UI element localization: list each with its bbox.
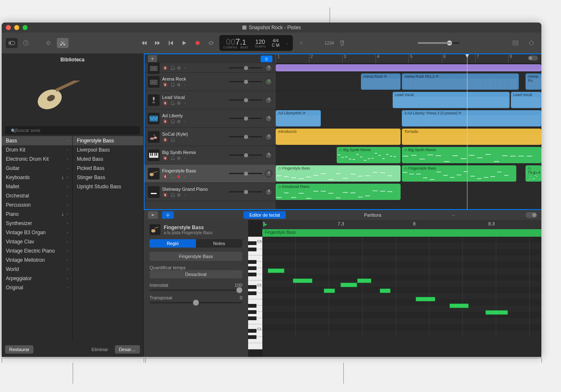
track-pan-knob[interactable] <box>265 188 272 196</box>
midi-note[interactable] <box>268 268 284 273</box>
lcd-chevron-icon[interactable]: ⌄ <box>285 41 289 45</box>
track-header[interactable]: SoCal (Kyle)🔇🎧 <box>145 128 276 146</box>
midi-note[interactable] <box>340 283 357 287</box>
track-volume-slider[interactable] <box>229 154 262 156</box>
quick-help-button[interactable]: ? <box>20 38 32 48</box>
track-pan-knob[interactable] <box>265 64 272 72</box>
track-header[interactable]: Ad Liberty🔇🎧◦ <box>145 109 276 128</box>
solo-button[interactable]: 🎧 <box>170 137 175 142</box>
close-button[interactable] <box>6 25 11 30</box>
library-toggle[interactable] <box>6 38 18 48</box>
stop-button[interactable] <box>165 38 177 48</box>
library-category-item[interactable]: Bass› <box>2 136 72 145</box>
mute-button[interactable]: 🔇 <box>162 156 168 161</box>
track-volume-slider[interactable] <box>229 67 262 68</box>
library-category-item[interactable]: Orchestral› <box>2 191 72 200</box>
search-input[interactable] <box>5 126 140 134</box>
library-patch-item[interactable]: Muted Bass <box>73 154 143 164</box>
track-lane[interactable]: Lead VocalLead Vocal <box>276 91 541 109</box>
track-pan-knob[interactable] <box>265 96 272 104</box>
input-monitor[interactable]: ◦ <box>182 156 188 161</box>
record-button[interactable] <box>192 38 203 48</box>
mute-button[interactable]: 🔇 <box>162 137 168 142</box>
track-volume-slider[interactable] <box>229 191 262 192</box>
editor-link-button[interactable] <box>148 211 158 219</box>
input-monitor[interactable]: ◦ <box>182 119 188 124</box>
piano-keyboard[interactable]: C3C2C1 <box>248 220 262 357</box>
library-category-item[interactable]: Electronic Drum Kit› <box>2 154 72 164</box>
track-header[interactable]: Steinway Grand Piano🔇🎧◦ <box>145 183 276 201</box>
horizontal-zoom-icon[interactable]: ↔ <box>451 212 456 217</box>
library-patch-list[interactable]: Fingerstyle BassLiverpool BassMuted Bass… <box>73 136 143 342</box>
library-category-item[interactable]: World› <box>2 265 72 274</box>
track-pan-knob[interactable] <box>265 152 272 159</box>
tab-region[interactable]: Regió <box>150 239 196 248</box>
input-monitor[interactable]: ◦ <box>182 82 188 87</box>
cycle-button[interactable] <box>205 38 217 48</box>
record-enable[interactable] <box>177 120 180 123</box>
solo-button[interactable]: 🎧 <box>170 119 175 124</box>
library-category-item[interactable]: Keyboards⤓› <box>2 173 72 182</box>
track-lane[interactable]: ◇ Emotional Piano <box>276 183 541 201</box>
editor-toggle[interactable] <box>525 212 537 218</box>
save-button[interactable]: Desar… <box>115 345 140 354</box>
settings-button[interactable] <box>43 38 54 48</box>
track-header[interactable]: Big Synth Remix🔇🎧◦ <box>145 146 276 164</box>
region[interactable]: ◇ Big Synth Remix <box>337 147 401 163</box>
track-volume-slider[interactable] <box>229 173 262 174</box>
scissors-button[interactable] <box>57 38 69 48</box>
play-button[interactable] <box>178 38 190 48</box>
library-category-item[interactable]: Percussion› <box>2 200 72 210</box>
zoom-button[interactable] <box>23 25 28 30</box>
tuner-button[interactable] <box>295 38 307 48</box>
region-name-field[interactable]: Fingerstyle Bass <box>150 252 242 261</box>
editor-divider-button[interactable]: ›|‹ <box>162 211 174 219</box>
input-monitor[interactable]: ◦ <box>182 66 188 71</box>
mute-button[interactable]: 🔇 <box>162 101 168 106</box>
notes-area[interactable] <box>262 237 541 337</box>
piano-key[interactable] <box>248 293 262 299</box>
library-category-item[interactable]: Drum Kit› <box>2 145 72 154</box>
library-category-item[interactable]: Mallet› <box>2 182 72 191</box>
library-category-item[interactable]: Vintage Mellotron› <box>2 255 72 265</box>
track-lane[interactable]: ◇ Fingerstyle Bass◇ Fingerstyle Bass◇ Fi… <box>276 164 541 183</box>
region[interactable]: ◇ Fingerstyle Bass <box>402 165 516 182</box>
track-pan-knob[interactable] <box>265 78 272 86</box>
track-volume-slider[interactable] <box>229 99 262 101</box>
count-in-button[interactable]: 1234 <box>325 41 334 46</box>
solo-button[interactable]: 🎧 <box>170 192 175 197</box>
track-pan-knob[interactable] <box>265 115 272 122</box>
piano-key[interactable] <box>248 343 262 349</box>
input-monitor[interactable]: ◦ <box>182 192 188 197</box>
region[interactable]: ◇ Big Synth Remix <box>402 147 541 163</box>
region[interactable]: Lead Vocal <box>393 92 510 108</box>
track-pan-knob[interactable] <box>265 133 272 141</box>
library-patch-item[interactable]: Stinger Bass <box>73 173 143 182</box>
piano-key[interactable] <box>248 318 262 324</box>
record-enable[interactable] <box>177 83 180 86</box>
library-category-item[interactable]: Vintage B3 Organ› <box>2 228 72 237</box>
region[interactable]: 3 Ad Liberty: Presa 3 (3 preses) ⟳ <box>402 110 541 126</box>
region[interactable]: ◇ Fingers <box>525 165 541 182</box>
timeline[interactable]: 12345678 Arena Rock ⟳Arena Rock #01,2 ⟳A… <box>276 54 541 209</box>
input-monitor[interactable]: ◦ <box>182 101 188 106</box>
piano-roll-grid[interactable]: 77.388.3 Fingerstyle Bass <box>262 220 541 357</box>
solo-button[interactable]: 🎧 <box>170 82 175 87</box>
library-category-item[interactable]: Synthesizer› <box>2 219 72 228</box>
mute-button[interactable]: 🔇 <box>162 82 168 87</box>
midi-note[interactable] <box>293 278 312 283</box>
library-category-item[interactable]: Vintage Electric Piano› <box>2 246 72 255</box>
midi-note[interactable] <box>357 278 371 283</box>
tab-score[interactable]: Partitura <box>364 212 381 217</box>
metronome-button[interactable] <box>336 38 348 48</box>
track-volume-slider[interactable] <box>229 118 262 119</box>
region[interactable]: Arena Rock #01,2 ⟳ <box>402 73 519 90</box>
record-enable[interactable] <box>177 193 180 197</box>
tab-notes[interactable]: Notes <box>196 239 242 248</box>
region[interactable]: ◇ Fingerstyle Bass <box>276 165 401 182</box>
library-category-list[interactable]: Bass›Drum Kit›Electronic Drum Kit›Guitar… <box>2 136 73 342</box>
record-enable[interactable] <box>177 157 180 160</box>
region[interactable]: Arena Rock ⟳ <box>361 73 401 90</box>
master-volume-slider[interactable] <box>418 42 459 44</box>
piano-key[interactable] <box>248 249 262 255</box>
